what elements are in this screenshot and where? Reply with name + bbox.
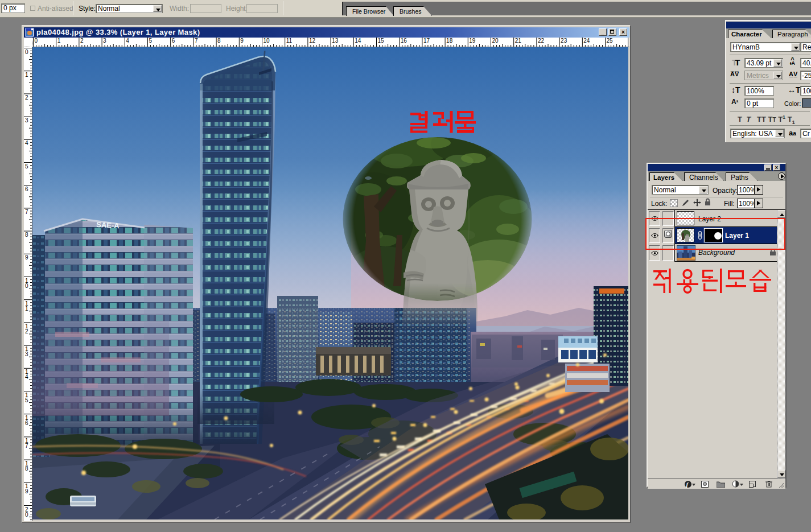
- svg-text:1: 1: [25, 306, 28, 312]
- svg-text:SAE-A: SAE-A: [96, 220, 120, 230]
- svg-text:3: 3: [25, 351, 28, 357]
- svg-text:8: 8: [25, 232, 28, 238]
- svg-text:8: 8: [25, 465, 28, 472]
- svg-text:13: 13: [332, 38, 339, 44]
- svg-text:21: 21: [515, 38, 522, 44]
- svg-text:6: 6: [172, 38, 175, 44]
- svg-text:5: 5: [25, 397, 28, 403]
- svg-text:11: 11: [286, 38, 293, 44]
- svg-text:7: 7: [195, 38, 198, 44]
- svg-text:24: 24: [583, 38, 590, 44]
- svg-text:6: 6: [25, 186, 28, 192]
- svg-text:3: 3: [103, 38, 106, 44]
- svg-text:7: 7: [25, 209, 28, 215]
- svg-text:1: 1: [57, 38, 61, 44]
- svg-text:17: 17: [423, 38, 430, 44]
- svg-text:7: 7: [25, 443, 28, 449]
- svg-text:9: 9: [240, 38, 244, 44]
- svg-text:4: 4: [25, 374, 28, 380]
- svg-text:4: 4: [126, 38, 129, 44]
- svg-text:8: 8: [217, 38, 221, 44]
- svg-text:4: 4: [25, 140, 28, 146]
- svg-text:20: 20: [492, 38, 499, 44]
- svg-text:2: 2: [80, 38, 84, 44]
- svg-text:3: 3: [25, 117, 28, 123]
- svg-text:16: 16: [401, 38, 407, 44]
- svg-text:22: 22: [538, 38, 545, 44]
- svg-text:0: 0: [25, 283, 28, 289]
- svg-text:0: 0: [25, 512, 28, 518]
- svg-text:2: 2: [25, 94, 28, 101]
- svg-text:0: 0: [35, 38, 38, 44]
- svg-text:19: 19: [469, 38, 476, 44]
- svg-text:15: 15: [378, 38, 385, 44]
- svg-text:2: 2: [25, 328, 28, 335]
- svg-text:25: 25: [607, 38, 614, 44]
- svg-text:1: 1: [25, 72, 28, 78]
- svg-text:9: 9: [25, 488, 28, 494]
- svg-text:9: 9: [25, 254, 28, 261]
- svg-text:0: 0: [25, 49, 28, 55]
- svg-text:10: 10: [264, 38, 270, 44]
- svg-text:6: 6: [25, 420, 28, 426]
- svg-text:5: 5: [149, 38, 153, 44]
- svg-text:18: 18: [446, 38, 453, 44]
- svg-text:14: 14: [355, 38, 361, 44]
- svg-text:5: 5: [25, 163, 28, 170]
- svg-text:23: 23: [561, 38, 567, 44]
- svg-text:12: 12: [309, 38, 316, 44]
